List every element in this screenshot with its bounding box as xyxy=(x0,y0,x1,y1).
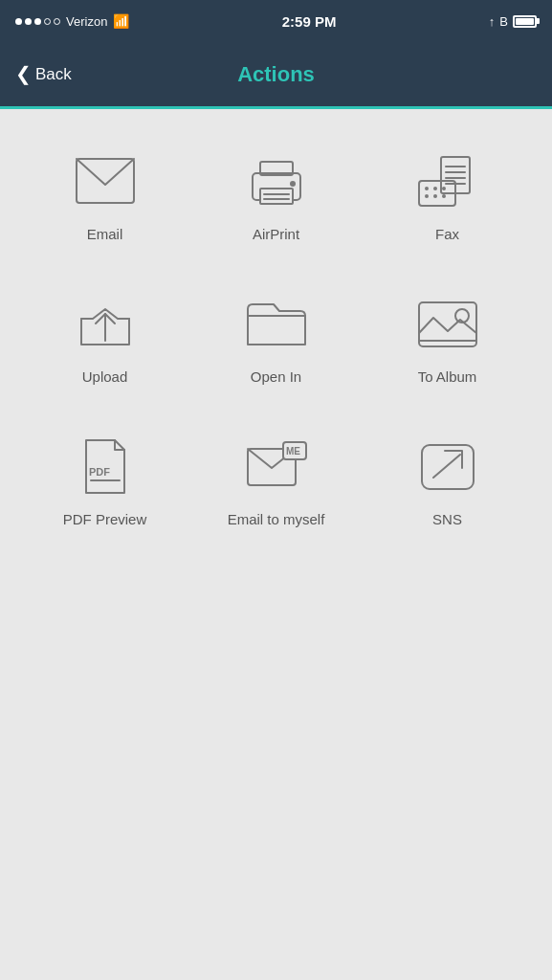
pdf-preview-icon: PDF xyxy=(67,433,144,500)
battery-icon xyxy=(513,15,537,28)
nav-bar: ❮ Back Actions xyxy=(0,42,552,109)
to-album-icon xyxy=(409,290,486,357)
status-time: 2:59 PM xyxy=(282,13,337,30)
pdf-preview-label: PDF Preview xyxy=(63,511,147,527)
open-in-label: Open In xyxy=(251,368,301,385)
open-in-icon xyxy=(238,290,315,357)
status-right: ↑ B xyxy=(489,14,537,29)
status-bar: Verizon 📶 2:59 PM ↑ B xyxy=(0,0,552,42)
signal-dot-4 xyxy=(44,18,51,25)
action-sns[interactable]: SNS xyxy=(362,423,533,537)
action-upload[interactable]: Upload xyxy=(19,280,190,394)
back-arrow-icon: ❮ xyxy=(15,62,32,85)
content-area: Email AirPrint xyxy=(0,109,552,566)
back-button[interactable]: ❮ Back xyxy=(15,64,72,85)
page-title: Actions xyxy=(237,62,315,87)
svg-text:ME: ME xyxy=(286,446,300,457)
bluetooth-icon: B xyxy=(499,14,508,29)
signal-dot-5 xyxy=(54,18,60,25)
svg-point-15 xyxy=(442,187,446,190)
fax-icon xyxy=(409,147,486,214)
action-to-album[interactable]: To Album xyxy=(362,280,533,394)
email-myself-icon: ME xyxy=(238,433,315,500)
action-fax[interactable]: Fax xyxy=(362,138,533,252)
wifi-icon: 📶 xyxy=(113,13,129,29)
sns-label: SNS xyxy=(432,511,462,527)
signal-dot-2 xyxy=(25,18,32,25)
airprint-icon xyxy=(238,147,315,214)
svg-line-30 xyxy=(433,455,460,478)
signal-dot-1 xyxy=(15,18,22,25)
action-open-in[interactable]: Open In xyxy=(190,280,362,394)
upload-label: Upload xyxy=(82,368,128,385)
svg-point-14 xyxy=(433,187,437,190)
email-label: Email xyxy=(87,226,123,242)
fax-label: Fax xyxy=(435,226,459,242)
email-icon xyxy=(67,147,144,214)
svg-point-6 xyxy=(290,181,296,187)
signal-dot-3 xyxy=(34,18,41,25)
signal-dots xyxy=(15,18,60,25)
action-email[interactable]: Email xyxy=(19,138,190,252)
action-email-myself[interactable]: ME Email to myself xyxy=(190,423,362,537)
svg-rect-3 xyxy=(260,189,293,204)
svg-point-18 xyxy=(442,194,446,198)
email-myself-label: Email to myself xyxy=(228,511,325,527)
sns-icon xyxy=(409,433,486,500)
upload-icon xyxy=(67,290,144,357)
svg-point-17 xyxy=(433,194,437,198)
actions-grid: Email AirPrint xyxy=(19,138,533,537)
battery-fill xyxy=(516,18,534,25)
svg-point-16 xyxy=(425,194,429,198)
action-pdf-preview[interactable]: PDF PDF Preview xyxy=(19,423,190,537)
carrier-name: Verizon xyxy=(66,14,107,29)
to-album-label: To Album xyxy=(418,368,477,385)
svg-point-13 xyxy=(425,187,429,190)
status-left: Verizon 📶 xyxy=(15,13,129,29)
svg-text:PDF: PDF xyxy=(89,466,110,478)
airprint-label: AirPrint xyxy=(253,226,299,242)
location-icon: ↑ xyxy=(489,14,496,29)
back-label: Back xyxy=(35,65,72,84)
action-airprint[interactable]: AirPrint xyxy=(190,138,362,252)
